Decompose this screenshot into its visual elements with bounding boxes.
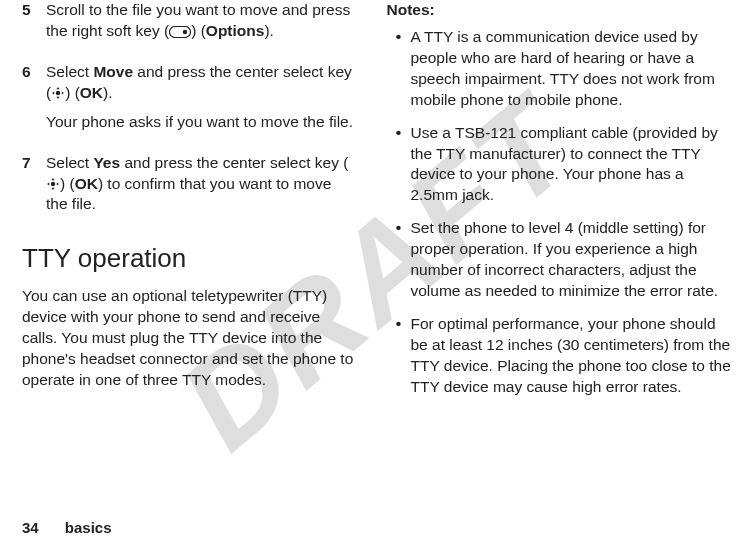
- bullet-text: Use a TSB-121 compliant cable (provided …: [411, 123, 732, 207]
- svg-point-2: [56, 91, 60, 95]
- bold-text: Move: [93, 63, 133, 80]
- section-heading: TTY operation: [22, 241, 357, 276]
- bullet-dot-icon: •: [387, 27, 411, 111]
- bold-text: Options: [206, 22, 265, 39]
- step-number: 7: [22, 153, 46, 224]
- step-number: 5: [22, 0, 46, 50]
- step-body: Scroll to the file you want to move and …: [46, 0, 357, 50]
- bold-text: OK: [75, 175, 98, 192]
- svg-point-3: [51, 181, 55, 185]
- step-body: Select Yes and press the center select k…: [46, 153, 357, 224]
- step-number: 6: [22, 62, 46, 141]
- svg-point-1: [183, 30, 187, 34]
- softkey-right-icon: [169, 26, 191, 38]
- bold-text: Yes: [93, 154, 120, 171]
- step-paragraph: Select Move and press the center select …: [46, 62, 357, 104]
- step-paragraph: Your phone asks if you want to move the …: [46, 112, 357, 133]
- bullet-text: Set the phone to level 4 (middle setting…: [411, 218, 732, 302]
- bullet-dot-icon: •: [387, 218, 411, 302]
- bullet-dot-icon: •: [387, 123, 411, 207]
- bullet-text: For optimal performance, your phone shou…: [411, 314, 732, 398]
- step-paragraph: Scroll to the file you want to move and …: [46, 0, 357, 42]
- bullet-text: A TTY is a communication device used by …: [411, 27, 732, 111]
- step-body: Select Move and press the center select …: [46, 62, 357, 141]
- svg-rect-0: [170, 26, 191, 37]
- notes-bullets: •A TTY is a communication device used by…: [387, 27, 732, 398]
- step-item: 7Select Yes and press the center select …: [22, 153, 357, 224]
- note-bullet: •Set the phone to level 4 (middle settin…: [387, 218, 732, 302]
- right-column: Notes: •A TTY is a communication device …: [377, 0, 732, 546]
- step-paragraph: Select Yes and press the center select k…: [46, 153, 357, 216]
- notes-label: Notes:: [387, 0, 732, 21]
- page-content: 5Scroll to the file you want to move and…: [0, 0, 753, 546]
- left-column: 5Scroll to the file you want to move and…: [22, 0, 377, 546]
- center-select-icon: [46, 177, 60, 191]
- note-bullet: •For optimal performance, your phone sho…: [387, 314, 732, 398]
- step-item: 6Select Move and press the center select…: [22, 62, 357, 141]
- step-item: 5Scroll to the file you want to move and…: [22, 0, 357, 50]
- bullet-dot-icon: •: [387, 314, 411, 398]
- note-bullet: •Use a TSB-121 compliant cable (provided…: [387, 123, 732, 207]
- bold-text: OK: [80, 84, 103, 101]
- note-bullet: •A TTY is a communication device used by…: [387, 27, 732, 111]
- steps-list: 5Scroll to the file you want to move and…: [22, 0, 357, 223]
- intro-paragraph: You can use an optional teletypewriter (…: [22, 286, 357, 391]
- center-select-icon: [51, 86, 65, 100]
